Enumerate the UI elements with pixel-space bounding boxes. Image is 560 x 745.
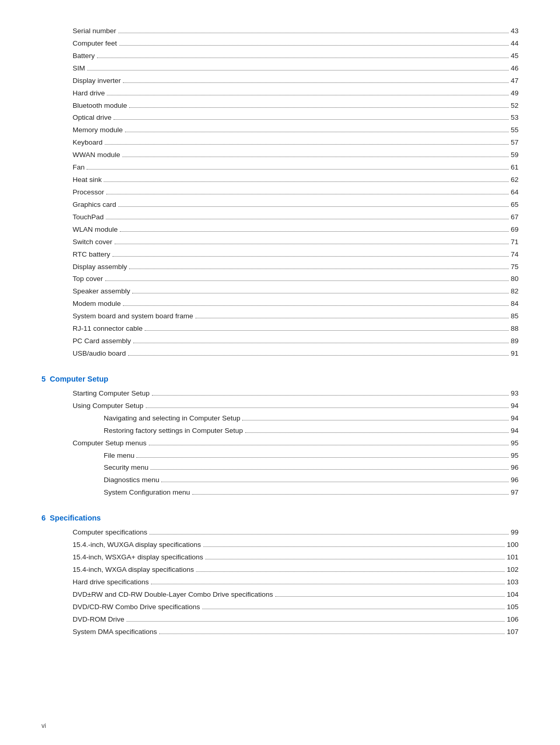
toc-entry: System board and system board frame85 bbox=[41, 311, 519, 322]
toc-entry-title: Using Computer Setup bbox=[73, 401, 144, 412]
toc-dots bbox=[118, 206, 509, 207]
toc-entry: Fan61 bbox=[41, 162, 519, 173]
toc-dots bbox=[202, 609, 505, 609]
toc-entry-page: 45 bbox=[511, 51, 519, 62]
toc-entry-title: Heat sink bbox=[73, 175, 102, 186]
toc-entry-title: Navigating and selecting in Computer Set… bbox=[104, 413, 240, 424]
toc-entry-page: 75 bbox=[511, 262, 519, 273]
toc-dots bbox=[97, 58, 509, 58]
toc-dots bbox=[192, 494, 509, 495]
toc-dots bbox=[146, 407, 509, 408]
toc-entry-page: 59 bbox=[511, 150, 519, 161]
toc-entry-title: Security menu bbox=[104, 462, 148, 473]
toc-entry-title: Switch cover bbox=[73, 237, 113, 248]
toc-entry: TouchPad67 bbox=[41, 212, 519, 223]
toc-entry-page: 71 bbox=[511, 237, 519, 248]
page-number: vi bbox=[41, 722, 46, 729]
toc-dots bbox=[125, 132, 509, 132]
toc-entry-page: 69 bbox=[511, 224, 519, 235]
toc-entry-title: Hard drive specifications bbox=[73, 577, 149, 588]
toc-dots bbox=[161, 482, 509, 482]
toc-entry-page: 46 bbox=[511, 63, 519, 74]
toc-entry-page: 53 bbox=[511, 113, 519, 123]
toc-dots bbox=[151, 584, 505, 584]
toc-entry-title: DVD±RW and CD-RW Double-Layer Combo Driv… bbox=[73, 589, 273, 600]
toc-entry: Computer feet44 bbox=[41, 38, 519, 49]
toc-dots bbox=[105, 280, 509, 281]
toc-entry-title: Modem module bbox=[73, 299, 121, 310]
toc-dots bbox=[87, 169, 509, 170]
toc-entry-page: 94 bbox=[511, 426, 519, 437]
toc-entry-title: SIM bbox=[73, 63, 85, 74]
toc-entry: Speaker assembly82 bbox=[41, 286, 519, 297]
toc-entry-title: Bluetooth module bbox=[73, 101, 127, 111]
toc-dots bbox=[115, 244, 509, 244]
toc-dots bbox=[203, 546, 505, 547]
toc-entry-title: WWAN module bbox=[73, 150, 120, 161]
toc-entry-title: Graphics card bbox=[73, 200, 116, 210]
toc-dots bbox=[133, 343, 509, 343]
toc-entry-title: WLAN module bbox=[73, 224, 118, 235]
toc-entry-title: DVD-ROM Drive bbox=[73, 614, 124, 625]
toc-entry-page: 95 bbox=[511, 451, 519, 461]
toc-entry: Modem module84 bbox=[41, 299, 519, 310]
toc-entry-title: Serial number bbox=[73, 26, 116, 37]
toc-entry: Keyboard57 bbox=[41, 137, 519, 148]
toc-entry: USB/audio board91 bbox=[41, 348, 519, 359]
toc-entry: Heat sink62 bbox=[41, 175, 519, 186]
section-number: 5 bbox=[41, 375, 46, 383]
toc-entry-title: RTC battery bbox=[73, 249, 110, 260]
toc-section: 5 Computer SetupStarting Computer Setup9… bbox=[41, 375, 519, 498]
toc-dots bbox=[87, 70, 509, 71]
toc-entry-page: 93 bbox=[511, 388, 519, 399]
toc-entry: Top cover80 bbox=[41, 274, 519, 285]
toc-entry: DVD-ROM Drive106 bbox=[41, 614, 519, 625]
toc-entry-page: 55 bbox=[511, 125, 519, 136]
toc-entry-title: Computer Setup menus bbox=[73, 438, 147, 449]
toc-entry-title: RJ-11 connector cable bbox=[73, 324, 143, 334]
toc-entry-page: 99 bbox=[511, 527, 519, 538]
toc-entry-page: 94 bbox=[511, 401, 519, 412]
toc-dots bbox=[245, 432, 509, 433]
toc-entry: Computer Setup menus95 bbox=[41, 438, 519, 449]
toc-entry: Diagnostics menu96 bbox=[41, 475, 519, 486]
toc-entry-page: 62 bbox=[511, 175, 519, 186]
toc-entry: Using Computer Setup94 bbox=[41, 401, 519, 412]
toc-entry-page: 97 bbox=[511, 487, 519, 498]
toc-dots bbox=[114, 119, 509, 120]
toc-entry-page: 96 bbox=[511, 475, 519, 486]
toc-entry-page: 105 bbox=[507, 602, 519, 613]
toc-dots bbox=[119, 45, 509, 46]
toc-entry: Restoring factory settings in Computer S… bbox=[41, 426, 519, 437]
toc-dots bbox=[195, 318, 509, 318]
section-number: 6 bbox=[41, 514, 46, 522]
toc-entry: Serial number43 bbox=[41, 26, 519, 37]
toc-entry-title: Display inverter bbox=[73, 76, 121, 87]
toc-dots bbox=[275, 596, 505, 597]
toc-dots bbox=[123, 82, 509, 83]
toc-entry: Security menu96 bbox=[41, 462, 519, 473]
toc-entry-title: 15.4.-inch, WUXGA display specifications bbox=[73, 540, 201, 551]
toc-dots bbox=[129, 107, 509, 108]
toc-entry-title: Memory module bbox=[73, 125, 123, 136]
toc-entry: Hard drive specifications103 bbox=[41, 577, 519, 588]
toc-entry: Processor64 bbox=[41, 187, 519, 198]
toc-entry-title: Fan bbox=[73, 162, 85, 173]
toc-entry-page: 74 bbox=[511, 249, 519, 260]
toc-entry-page: 88 bbox=[511, 324, 519, 334]
toc-entry-page: 47 bbox=[511, 76, 519, 87]
toc-dots bbox=[129, 269, 509, 269]
toc-entry-page: 84 bbox=[511, 299, 519, 310]
toc-entry: RJ-11 connector cable88 bbox=[41, 324, 519, 334]
toc-dots bbox=[106, 219, 509, 219]
toc-dots bbox=[196, 571, 505, 572]
toc-entry-title: DVD/CD-RW Combo Drive specifications bbox=[73, 602, 200, 613]
toc-entry: WWAN module59 bbox=[41, 150, 519, 161]
toc-entry-title: Diagnostics menu bbox=[104, 475, 159, 486]
toc-dots bbox=[150, 469, 509, 470]
toc-entry-title: Processor bbox=[73, 187, 104, 198]
toc-entry-page: 65 bbox=[511, 200, 519, 210]
toc-entry-title: Battery bbox=[73, 51, 95, 62]
toc-section: 6 SpecificationsComputer specifications9… bbox=[41, 514, 519, 637]
toc-dots bbox=[128, 355, 509, 356]
